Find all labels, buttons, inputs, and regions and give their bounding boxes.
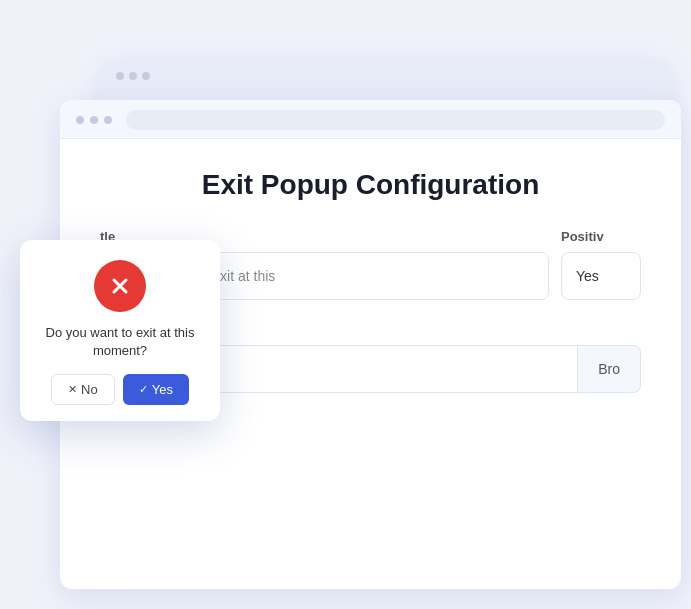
dialog-error-icon	[94, 260, 146, 312]
exit-dialog: Do you want to exit at this moment? ✕ No…	[20, 240, 220, 421]
yes-icon: ✓	[139, 383, 148, 396]
browse-button[interactable]: Bro	[578, 345, 641, 393]
dot-1	[116, 72, 124, 80]
url-bar	[126, 110, 665, 130]
no-icon: ✕	[68, 383, 77, 396]
x-icon	[107, 273, 133, 299]
dot-2	[129, 72, 137, 80]
toolbar-dot-1	[76, 116, 84, 124]
no-label: No	[81, 382, 98, 397]
page-title: Exit Popup Configuration	[100, 169, 641, 201]
toolbar-dot-3	[104, 116, 112, 124]
col-positive-label: Positiv	[561, 229, 641, 244]
no-button[interactable]: ✕ No	[51, 374, 115, 405]
yes-button[interactable]: ✓ Yes	[123, 374, 189, 405]
dialog-message: Do you want to exit at this moment?	[36, 324, 204, 360]
scene: Exit Popup Configuration tle Do you want…	[0, 0, 691, 609]
yes-label: Yes	[152, 382, 173, 397]
positive-input[interactable]: Yes	[561, 252, 641, 300]
toolbar-dot-2	[90, 116, 98, 124]
browser-toolbar	[60, 100, 681, 139]
dot-3	[142, 72, 150, 80]
form-group-positive: Positiv Yes	[561, 229, 641, 300]
dialog-buttons: ✕ No ✓ Yes	[36, 374, 204, 405]
browser-bg-dots	[100, 60, 671, 88]
